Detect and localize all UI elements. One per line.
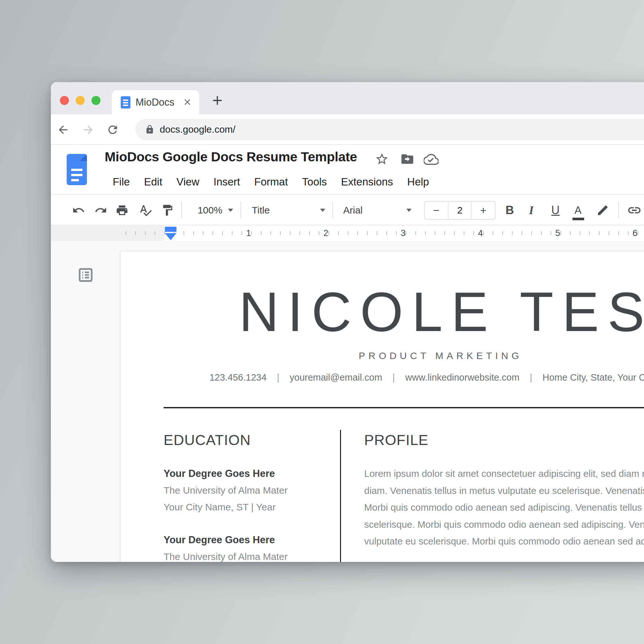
ruler-tick <box>415 231 416 235</box>
ruler-number: 3 <box>397 225 410 241</box>
redo-icon[interactable] <box>94 195 108 225</box>
insert-link-button[interactable] <box>626 195 643 225</box>
ruler-number: 2 <box>319 225 332 241</box>
ruler[interactable]: 123456 <box>51 225 644 241</box>
browser-navbar: docs.google.com/ <box>51 114 644 145</box>
back-icon[interactable] <box>57 123 70 136</box>
contact-separator: | <box>269 372 287 383</box>
text-color-label: A <box>574 204 582 216</box>
contact-email[interactable]: youremail@email.com <box>290 372 382 383</box>
docs-favicon-icon <box>121 96 130 109</box>
ruler-tick <box>193 231 194 235</box>
ruler-number: 5 <box>551 225 564 241</box>
menu-tools[interactable]: Tools <box>302 176 327 188</box>
resume-subtitle[interactable]: PRODUCT MARKETING <box>121 350 644 361</box>
resume-contact-line[interactable]: 123.456.1234 | youremail@email.com | www… <box>121 372 644 383</box>
ruler-tick <box>367 231 368 235</box>
ruler-tick <box>280 231 281 235</box>
docs-logo-icon[interactable] <box>67 154 87 185</box>
text-color-button[interactable]: A <box>570 195 586 225</box>
highlight-color-button[interactable] <box>595 195 611 225</box>
toolbar: 100% Title Arial − 2 + B I U A <box>51 195 644 225</box>
document-title[interactable]: MioDocs Google Docs Resume Template <box>105 149 357 165</box>
zoom-value: 100% <box>198 205 223 216</box>
font-value: Arial <box>343 205 363 216</box>
menu-edit[interactable]: Edit <box>144 176 162 188</box>
ruler-tick <box>213 231 213 235</box>
profile-line: Lorem ipsum dolor sit amet consectetuer … <box>364 465 644 482</box>
profile-paragraph[interactable]: Lorem ipsum dolor sit amet consectetuer … <box>364 465 644 550</box>
menu-help[interactable]: Help <box>407 176 429 188</box>
degree-title[interactable]: Your Degree Goes Here <box>164 532 331 548</box>
contact-website[interactable]: www.linkedinorwebsite.com <box>405 372 519 383</box>
indent-marker[interactable] <box>165 227 176 241</box>
chevron-down-icon <box>228 209 233 212</box>
window-zoom-button[interactable] <box>91 96 100 105</box>
school-meta[interactable]: Your City Name, ST | Year <box>164 499 331 516</box>
ruler-tick <box>570 231 571 235</box>
contact-phone[interactable]: 123.456.1234 <box>209 372 266 383</box>
forward-icon <box>82 123 95 136</box>
school-name[interactable]: The University of Alma Mater <box>164 482 331 499</box>
reload-icon[interactable] <box>106 123 119 136</box>
ruler-tick <box>222 231 223 235</box>
show-outline-icon[interactable] <box>77 266 95 284</box>
ruler-tick <box>299 231 300 235</box>
spellcheck-icon[interactable] <box>138 195 153 225</box>
education-heading[interactable]: EDUCATION <box>164 433 331 447</box>
menu-bar: File Edit View Insert Format Tools Exten… <box>113 176 429 188</box>
ruler-tick <box>531 231 532 235</box>
menu-extensions[interactable]: Extensions <box>341 176 393 188</box>
window-minimize-button[interactable] <box>76 96 85 105</box>
first-line-indent-marker[interactable] <box>165 227 176 232</box>
star-icon[interactable] <box>375 152 390 167</box>
degree-title[interactable]: Your Degree Goes Here <box>164 465 331 482</box>
bold-button[interactable]: B <box>502 195 518 225</box>
menu-format[interactable]: Format <box>254 176 288 188</box>
profile-line: diam. Venenatis tellus in metus vulputat… <box>364 482 644 499</box>
paint-format-icon[interactable] <box>160 195 175 225</box>
docs-header: MioDocs Google Docs Resume Template File… <box>51 145 644 195</box>
menu-file[interactable]: File <box>113 176 130 188</box>
ruler-tick <box>357 231 358 235</box>
increase-font-size-button[interactable]: + <box>472 202 495 219</box>
zoom-select[interactable]: 100% <box>191 195 240 225</box>
ruler-tick <box>522 231 522 235</box>
contact-location[interactable]: Home City, State, Your Country <box>543 372 644 383</box>
print-icon[interactable] <box>115 195 129 225</box>
browser-window: MioDocs docs.google.com/ <box>51 82 644 562</box>
address-bar[interactable]: docs.google.com/ <box>135 119 644 140</box>
ruler-tick <box>377 231 377 235</box>
cloud-status-icon[interactable] <box>424 152 439 167</box>
resume-name[interactable]: NICOLE TESLA <box>239 284 644 339</box>
education-entry: Your Degree Goes Here The University of … <box>164 532 331 562</box>
decrease-font-size-button[interactable]: − <box>425 202 448 219</box>
ruler-tick <box>270 231 271 235</box>
paragraph-style-select[interactable]: Title <box>250 195 327 225</box>
school-name[interactable]: The University of Alma Mater <box>164 548 331 562</box>
browser-tab[interactable]: MioDocs <box>112 90 199 114</box>
tab-strip: MioDocs <box>51 82 644 114</box>
ruler-tick <box>580 231 580 235</box>
font-size-input[interactable]: 2 <box>448 202 472 219</box>
ruler-tick <box>454 231 455 235</box>
menu-insert[interactable]: Insert <box>213 176 240 188</box>
new-tab-button[interactable] <box>210 93 225 108</box>
move-folder-icon[interactable] <box>400 152 415 167</box>
left-indent-marker[interactable] <box>165 233 176 240</box>
ruler-tick <box>184 231 184 235</box>
profile-heading[interactable]: PROFILE <box>364 433 644 447</box>
underline-button[interactable]: U <box>547 195 563 225</box>
tab-close-icon[interactable] <box>183 97 192 107</box>
profile-line: Morbi quis commodo odio aenean sed adipi… <box>364 499 644 516</box>
window-close-button[interactable] <box>60 96 69 105</box>
undo-icon[interactable] <box>71 195 86 225</box>
font-select[interactable]: Arial <box>341 195 413 225</box>
ruler-tick <box>541 231 542 235</box>
ruler-tick <box>126 231 126 235</box>
italic-button[interactable]: I <box>523 195 539 225</box>
underline-label: U <box>551 204 560 217</box>
document-page[interactable]: NICOLE TESLA PRODUCT MARKETING 123.456.1… <box>121 252 644 562</box>
education-entry: Your Degree Goes Here The University of … <box>164 465 331 516</box>
menu-view[interactable]: View <box>176 176 199 188</box>
